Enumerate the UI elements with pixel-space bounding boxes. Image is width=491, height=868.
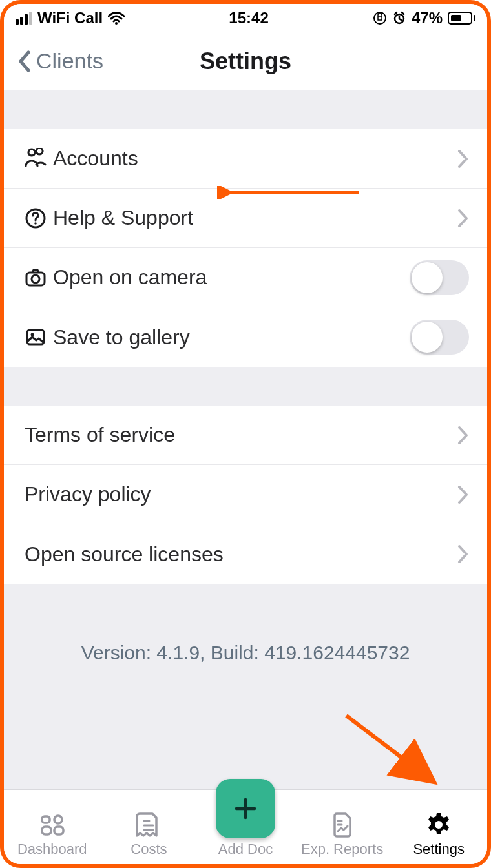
row-label: Terms of service bbox=[25, 423, 457, 447]
gallery-icon bbox=[25, 326, 53, 348]
tab-costs[interactable]: Costs bbox=[103, 811, 194, 858]
svg-point-13 bbox=[435, 821, 443, 829]
annotation-arrow-accounts bbox=[217, 186, 359, 199]
back-button[interactable]: Clients bbox=[4, 48, 103, 74]
toggle-save-to-gallery[interactable] bbox=[410, 320, 469, 355]
svg-point-6 bbox=[32, 275, 39, 283]
reports-icon bbox=[329, 811, 356, 838]
svg-rect-11 bbox=[42, 827, 51, 834]
toggle-open-on-camera[interactable] bbox=[410, 260, 469, 295]
battery-pct-label: 47% bbox=[412, 9, 443, 27]
version-label: Version: 4.1.9, Build: 419.1624445732 bbox=[4, 642, 487, 664]
svg-line-15 bbox=[346, 716, 432, 780]
svg-point-4 bbox=[34, 222, 37, 225]
section-general: Accounts Help & Support Open on camera bbox=[4, 129, 487, 367]
help-icon bbox=[25, 207, 53, 229]
svg-rect-7 bbox=[27, 330, 44, 344]
svg-point-0 bbox=[115, 22, 118, 25]
row-save-to-gallery[interactable]: Save to gallery bbox=[4, 307, 487, 367]
signal-icon bbox=[16, 12, 32, 25]
battery-icon bbox=[448, 12, 475, 25]
tab-label: Settings bbox=[413, 841, 465, 858]
dashboard-icon bbox=[39, 811, 66, 838]
row-terms-of-service[interactable]: Terms of service bbox=[4, 406, 487, 465]
chevron-left-icon bbox=[17, 50, 31, 73]
costs-icon bbox=[135, 811, 162, 838]
camera-icon bbox=[25, 267, 53, 289]
tab-dashboard[interactable]: Dashboard bbox=[7, 811, 98, 858]
row-label: Save to gallery bbox=[53, 326, 410, 349]
alarm-icon bbox=[392, 11, 406, 25]
row-label: Open source licenses bbox=[25, 542, 457, 566]
row-label: Help & Support bbox=[53, 206, 457, 230]
tab-label: Costs bbox=[131, 841, 167, 858]
chevron-right-icon bbox=[457, 485, 469, 504]
svg-point-1 bbox=[374, 12, 386, 24]
row-label: Privacy policy bbox=[25, 482, 457, 506]
orientation-lock-icon bbox=[373, 11, 387, 25]
tab-add-doc[interactable]: Add Doc bbox=[200, 790, 291, 858]
row-accounts[interactable]: Accounts bbox=[4, 129, 487, 189]
status-bar: WiFi Call 15:42 47% bbox=[4, 4, 487, 32]
svg-point-8 bbox=[31, 333, 34, 336]
carrier-label: WiFi Call bbox=[37, 9, 103, 27]
svg-rect-9 bbox=[42, 816, 50, 823]
add-doc-fab[interactable] bbox=[216, 779, 275, 838]
svg-point-10 bbox=[54, 816, 62, 823]
section-legal: Terms of service Privacy policy Open sou… bbox=[4, 406, 487, 584]
back-label: Clients bbox=[36, 48, 103, 74]
wifi-icon bbox=[108, 12, 125, 25]
annotation-arrow-settings bbox=[340, 710, 443, 788]
svg-rect-12 bbox=[54, 827, 63, 834]
row-open-source-licenses[interactable]: Open source licenses bbox=[4, 524, 487, 584]
tab-label: Exp. Reports bbox=[301, 841, 383, 858]
tab-label: Dashboard bbox=[17, 841, 87, 858]
gear-icon bbox=[425, 811, 452, 838]
tab-settings[interactable]: Settings bbox=[393, 811, 484, 858]
nav-header: Clients Settings bbox=[4, 32, 487, 90]
row-privacy-policy[interactable]: Privacy policy bbox=[4, 465, 487, 524]
tab-bar: Dashboard Costs Add Doc Exp. Reports Set… bbox=[4, 789, 487, 864]
tab-label: Add Doc bbox=[218, 841, 273, 858]
row-label: Accounts bbox=[53, 147, 457, 170]
tab-exp-reports[interactable]: Exp. Reports bbox=[297, 811, 388, 858]
chevron-right-icon bbox=[457, 209, 469, 228]
row-open-on-camera[interactable]: Open on camera bbox=[4, 248, 487, 307]
time-label: 15:42 bbox=[125, 9, 373, 27]
accounts-icon bbox=[25, 148, 53, 170]
plus-icon bbox=[233, 796, 258, 822]
chevron-right-icon bbox=[457, 426, 469, 445]
chevron-right-icon bbox=[457, 149, 469, 169]
chevron-right-icon bbox=[457, 544, 469, 564]
row-label: Open on camera bbox=[53, 265, 410, 289]
